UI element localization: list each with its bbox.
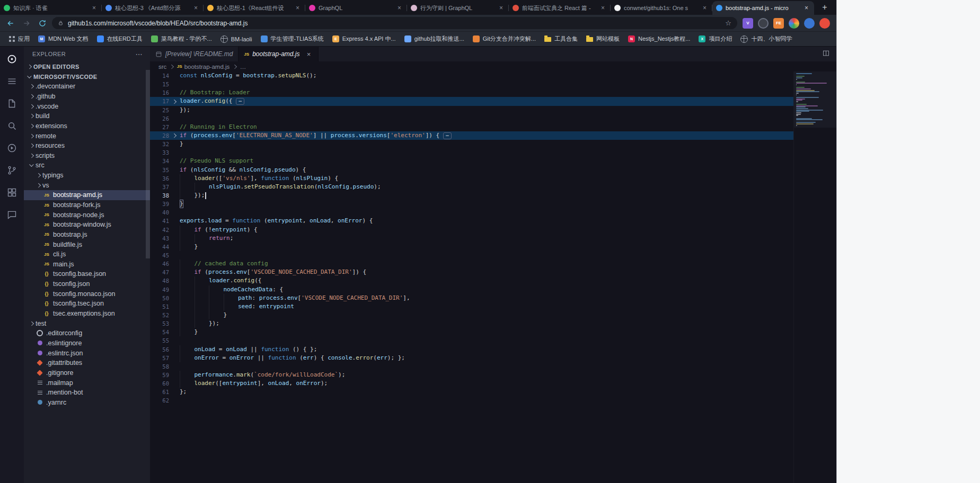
fold-chevron-icon[interactable] (169, 134, 180, 137)
tab-close-button[interactable]: × (294, 4, 302, 12)
tree-item[interactable]: {}tsconfig.monaco.json (24, 289, 150, 299)
code-line[interactable]: 36loader(['vs/nls'], function (nlsPlugin… (150, 174, 793, 183)
browser-tab[interactable]: bootstrap-amd.js - micro× (712, 1, 814, 15)
code-line[interactable]: 52} (150, 311, 793, 319)
tree-item[interactable]: .yarnrc (24, 398, 150, 408)
tree-item[interactable]: {}tsconfig.base.json (24, 269, 150, 279)
code-line[interactable]: 62 (150, 396, 793, 405)
bookmark-item[interactable]: NNestjs_Nestjs教程... (624, 33, 694, 44)
code-line[interactable]: 16// Bootstrap: Loader (150, 88, 793, 97)
bookmark-item[interactable]: 网站模板 (582, 33, 623, 44)
tree-item[interactable]: src (24, 160, 150, 171)
browser-tab[interactable]: 知识库 · 语雀× (0, 1, 102, 15)
tree-item[interactable]: JSbootstrap-fork.js (24, 200, 150, 210)
tab-close-button[interactable]: × (90, 4, 98, 12)
bookmark-item[interactable]: 工具合集 (541, 33, 581, 44)
tree-item[interactable]: JSbootstrap.js (24, 230, 150, 240)
bookmark-item[interactable]: BM-laoli (217, 34, 256, 44)
back-button[interactable] (4, 17, 17, 30)
code-line[interactable]: 61}; (150, 388, 793, 396)
code-line[interactable]: 49nodeCachedData: { (150, 285, 793, 294)
code-line[interactable]: 26 (150, 114, 793, 123)
code-line[interactable]: 38}); (150, 191, 793, 200)
tree-item[interactable]: JSbootstrap-window.js (24, 220, 150, 230)
code-line[interactable]: 53}); (150, 319, 793, 328)
code-line[interactable]: 35if (nlsConfig && nlsConfig.pseudo) { (150, 166, 793, 174)
code-line[interactable]: 48loader.config({ (150, 276, 793, 285)
sidebar-scrollbar[interactable] (146, 70, 150, 258)
run-icon[interactable] (0, 137, 24, 159)
tree-item[interactable]: typings (24, 171, 150, 181)
explorer-actions-button[interactable]: ⋯ (136, 50, 143, 58)
code-line[interactable]: 33 (150, 148, 793, 157)
extension-pinwheel-icon[interactable] (789, 18, 799, 29)
code-line[interactable]: 28if (process.env['ELECTRON_RUN_AS_NODE'… (150, 131, 793, 140)
code-line[interactable]: 47if (process.env['VSCODE_NODE_CACHED_DA… (150, 268, 793, 276)
repo-root-section[interactable]: MICROSOFT/VSCODE (24, 71, 150, 82)
extension-profile-avatar-icon[interactable] (819, 18, 830, 29)
bookmark-item[interactable]: 应用 (5, 33, 33, 44)
tree-item[interactable]: resources (24, 141, 150, 151)
browser-tab[interactable]: GraphQL× (305, 1, 407, 15)
extension-dark-circle-icon[interactable] (758, 18, 769, 29)
open-editors-section[interactable]: OPEN EDITORS (24, 61, 150, 71)
bookmark-item[interactable]: MMDN Web 文档 (34, 33, 92, 44)
breadcrumb-item[interactable]: src (158, 64, 166, 70)
code-line[interactable]: 57onError = onError || function (err) { … (150, 354, 793, 362)
code-line[interactable]: 27// Running in Electron (150, 123, 793, 131)
tab-close-button[interactable]: × (497, 4, 505, 12)
address-bar[interactable]: github1s.com/microsoft/vscode/blob/HEAD/… (52, 17, 737, 29)
code-line[interactable]: 34// Pseudo NLS support (150, 157, 793, 165)
bookmark-item[interactable]: Git分支合并冲突解... (469, 33, 540, 44)
tab-close-button[interactable]: × (192, 4, 200, 12)
new-tab-button[interactable]: + (818, 1, 831, 14)
code-line[interactable]: 42if (!entrypoint) { (150, 226, 793, 234)
browser-tab[interactable]: 核心思想-1《React组件设× (204, 1, 305, 15)
code-line[interactable]: 44} (150, 243, 793, 251)
tree-item[interactable]: .editorconfig (24, 328, 150, 338)
code-line[interactable]: 51seed: entrypoint (150, 302, 793, 311)
breadcrumb-item[interactable]: … (240, 64, 246, 70)
tree-item[interactable]: .eslintignore (24, 338, 150, 348)
tree-item[interactable]: remote (24, 131, 150, 141)
tree-item[interactable]: .eslintrc.json (24, 348, 150, 358)
tab-close-button[interactable]: × (599, 4, 607, 12)
tree-item[interactable]: extensions (24, 121, 150, 131)
tree-item[interactable]: JSbootstrap-amd.js (24, 190, 150, 200)
browser-tab[interactable]: 前端面试宝典之 React 篇 -× (509, 1, 611, 15)
code-line[interactable]: 58 (150, 362, 793, 371)
search-icon[interactable] (0, 114, 24, 137)
tree-item[interactable]: scripts (24, 150, 150, 160)
fold-chevron-icon[interactable] (169, 100, 180, 103)
bookmark-item[interactable]: github拉取和推送... (401, 33, 468, 44)
bookmark-item[interactable]: 十四、小智同学 (737, 33, 796, 44)
browser-tab[interactable]: conwnet/github1s: One s× (611, 1, 712, 15)
code-line[interactable]: 15 (150, 80, 793, 88)
editor-tab[interactable]: [Preview] \README.md (150, 47, 239, 61)
code-line[interactable]: 14const nlsConfig = bootstrap.setupNLS()… (150, 71, 793, 80)
tree-item[interactable]: {}tsconfig.json (24, 279, 150, 289)
menu-icon[interactable] (0, 70, 24, 92)
bookmark-star-icon[interactable]: ☆ (725, 19, 731, 27)
tree-item[interactable]: .gitattributes (24, 358, 150, 368)
tree-item[interactable]: .mention-bot (24, 388, 150, 398)
tree-item[interactable]: .gitignore (24, 368, 150, 378)
editor-tab[interactable]: JSbootstrap-amd.js× (239, 47, 318, 61)
extension-violet-v-icon[interactable]: V (743, 18, 753, 29)
github1s-logo-icon[interactable] (0, 48, 24, 70)
tree-item[interactable]: JScli.js (24, 249, 150, 260)
refresh-button[interactable] (36, 17, 49, 30)
url-text[interactable]: github1s.com/microsoft/vscode/blob/HEAD/… (68, 20, 721, 27)
minimap[interactable] (793, 71, 836, 483)
folded-code-badge[interactable]: ⋯ (236, 98, 244, 105)
tree-item[interactable]: {}tsec.exemptions.json (24, 309, 150, 319)
tree-item[interactable]: JSmain.js (24, 260, 150, 270)
code-line[interactable]: 37nlsPlugin.setPseudoTranslation(nlsConf… (150, 183, 793, 191)
code-line[interactable]: 17loader.config({⋯ (150, 97, 793, 105)
split-editor-button[interactable] (822, 49, 830, 59)
tab-close-button[interactable]: × (802, 4, 810, 12)
tree-item[interactable]: JSbuildfile.js (24, 239, 150, 249)
code-line[interactable]: 54} (150, 328, 793, 336)
bookmark-item[interactable]: EExpress 4.x API 中... (329, 33, 400, 44)
tree-item[interactable]: JSbootstrap-node.js (24, 210, 150, 220)
